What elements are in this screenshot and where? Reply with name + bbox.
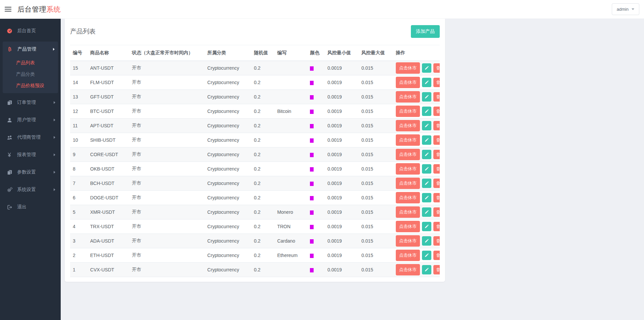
toggle-market-button[interactable]: 点击休市 [396, 250, 420, 261]
cell-status: 开市 [129, 205, 205, 219]
toggle-market-button[interactable]: 点击休市 [396, 134, 420, 146]
column-header: 风控最小值 [325, 45, 359, 61]
delete-button[interactable] [433, 193, 440, 202]
toggle-market-button[interactable]: 点击休市 [396, 149, 420, 160]
cell-random-value: 0.2 [251, 162, 274, 176]
column-header: 编号 [70, 45, 88, 61]
toggle-market-button[interactable]: 点击休市 [396, 120, 420, 131]
add-product-button[interactable]: 添加产品 [411, 25, 440, 38]
delete-button[interactable] [433, 222, 440, 231]
sidebar-subitem[interactable]: 产品列表 [3, 57, 58, 68]
sidebar-item[interactable]: 后台首页 [0, 22, 61, 40]
cell-id: 1 [70, 263, 88, 277]
toggle-market-button[interactable]: 点击休市 [396, 106, 420, 117]
cell-risk-min: 0.0019 [325, 205, 359, 219]
edit-button[interactable] [422, 150, 431, 159]
delete-button[interactable] [433, 78, 440, 87]
cell-product-name: XMR-USDT [88, 205, 129, 219]
cell-abbr [274, 75, 307, 90]
sidebar-item-label: 退出 [17, 204, 26, 210]
cell-product-name: TRX-USDT [88, 219, 129, 234]
cell-id: 10 [70, 133, 88, 147]
toggle-market-button[interactable]: 点击休市 [396, 91, 420, 103]
cell-risk-max: 0.015 [359, 219, 393, 234]
sidebar-subitem[interactable]: 产品价格预设 [3, 80, 58, 91]
cell-product-name: ANT-USDT [88, 61, 129, 75]
cell-category: Cryptocurrency [205, 205, 251, 219]
toggle-market-button[interactable]: 点击休市 [396, 235, 420, 247]
trash-icon [436, 239, 440, 243]
sidebar-item[interactable]: 参数设置 [0, 164, 61, 181]
sidebar-item[interactable]: 代理商管理 [0, 129, 61, 146]
cell-random-value: 0.2 [251, 205, 274, 219]
cell-random-value: 0.2 [251, 104, 274, 119]
toggle-market-button[interactable]: 点击休市 [396, 221, 420, 232]
edit-button[interactable] [422, 164, 431, 174]
edit-button[interactable] [422, 92, 431, 102]
delete-button[interactable] [433, 150, 440, 159]
cell-operations: 点击休市 [393, 119, 440, 133]
delete-button[interactable] [433, 207, 440, 217]
sidebar-group-header[interactable]: 产品管理 [3, 42, 58, 57]
sidebar-item[interactable]: 退出 [0, 198, 61, 216]
sidebar-submenu: 产品列表 产品分类 产品价格预设 [3, 57, 58, 91]
delete-button[interactable] [433, 107, 440, 116]
toggle-market-button[interactable]: 点击休市 [396, 62, 420, 74]
toggle-market-button[interactable]: 点击休市 [396, 77, 420, 88]
sidebar-item[interactable]: 用户管理 [0, 111, 61, 129]
cell-risk-min: 0.0019 [325, 61, 359, 75]
delete-button[interactable] [433, 121, 440, 130]
cell-abbr: Monero [274, 205, 307, 219]
cell-id: 6 [70, 191, 88, 205]
sidebar-item[interactable]: 报表管理 [0, 146, 61, 164]
edit-button[interactable] [422, 207, 431, 217]
edit-button[interactable] [422, 222, 431, 231]
delete-button[interactable] [433, 179, 440, 188]
edit-button[interactable] [422, 251, 431, 260]
cell-abbr: Cardano [274, 234, 307, 248]
user-dropdown[interactable]: admin [612, 3, 639, 15]
edit-button[interactable] [422, 78, 431, 87]
edit-button[interactable] [422, 179, 431, 188]
cell-risk-min: 0.0019 [325, 191, 359, 205]
column-header: 风控最大值 [359, 45, 393, 61]
cell-color [307, 104, 325, 119]
main-content: 产品列表 添加产品 编号商品名称状态（大盘正常开市时间内）所属分类随机值编写颜色… [61, 0, 644, 295]
table-row: 9 CORE-USDT 开市 Cryptocurrency 0.2 0.0019… [70, 147, 440, 162]
delete-button[interactable] [433, 265, 440, 274]
toggle-market-button[interactable]: 点击休市 [396, 192, 420, 203]
sidebar-item[interactable]: 订单管理 [0, 94, 61, 111]
table-row: 10 SHIB-USDT 开市 Cryptocurrency 0.2 0.001… [70, 133, 440, 147]
toggle-market-button[interactable]: 点击休市 [396, 264, 420, 275]
cell-risk-min: 0.0019 [325, 263, 359, 277]
cell-risk-max: 0.015 [359, 263, 393, 277]
edit-button[interactable] [422, 193, 431, 202]
delete-button[interactable] [433, 63, 440, 73]
cell-risk-max: 0.015 [359, 133, 393, 147]
delete-button[interactable] [433, 164, 440, 174]
delete-button[interactable] [433, 236, 440, 246]
toggle-market-button[interactable]: 点击休市 [396, 163, 420, 175]
cell-abbr [274, 119, 307, 133]
agents-icon [7, 135, 13, 140]
edit-button[interactable] [422, 63, 431, 73]
delete-button[interactable] [433, 92, 440, 102]
toggle-market-button[interactable]: 点击休市 [396, 178, 420, 189]
edit-button[interactable] [422, 121, 431, 130]
cell-operations: 点击休市 [393, 75, 440, 90]
cell-risk-max: 0.015 [359, 176, 393, 191]
delete-button[interactable] [433, 135, 440, 145]
delete-button[interactable] [433, 251, 440, 260]
edit-button[interactable] [422, 107, 431, 116]
color-swatch [310, 254, 314, 258]
sidebar-item[interactable]: 系统设置 [0, 181, 61, 198]
cell-color [307, 234, 325, 248]
hamburger-menu-icon[interactable] [5, 5, 12, 13]
edit-button[interactable] [422, 236, 431, 246]
edit-button[interactable] [422, 135, 431, 145]
cell-operations: 点击休市 [393, 263, 440, 277]
toggle-market-button[interactable]: 点击休市 [396, 206, 420, 218]
cell-product-name: FLM-USDT [88, 75, 129, 90]
edit-button[interactable] [422, 265, 431, 274]
sidebar-subitem[interactable]: 产品分类 [3, 68, 58, 80]
